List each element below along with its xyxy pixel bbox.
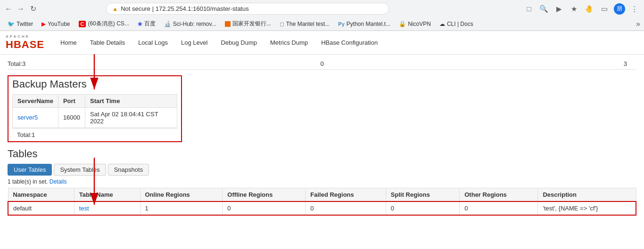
cli-icon: ☁	[439, 21, 445, 27]
failed-cell: 0	[305, 201, 386, 215]
cs-icon: C	[79, 21, 86, 27]
bookmark-youtube[interactable]: ▶ YouTube	[38, 20, 74, 28]
security-icon: ▲	[112, 6, 118, 12]
bookmark-icon[interactable]: ★	[569, 3, 580, 15]
bookmarks-more-button[interactable]: »	[636, 20, 640, 28]
nav-metrics-dump[interactable]: Metrics Dump	[264, 36, 314, 49]
backup-masters-section: Backup Masters ServerName Port Start Tim…	[8, 75, 636, 142]
server-link[interactable]: server5	[17, 114, 38, 121]
tables-info: 1 table(s) in set. Details	[8, 178, 636, 185]
twitter-icon: 🐦	[8, 21, 15, 27]
description-cell: 'test', {NAME => 'cf'}	[538, 201, 636, 215]
nav-debug-dump[interactable]: Debug Dump	[214, 36, 264, 49]
server-name-cell: server5	[13, 107, 58, 128]
main-content: Total:3 0 3 Backup Masters ServerName Po…	[0, 55, 644, 225]
bookmark-nicovpn[interactable]: 🔒 NicoVPN	[395, 20, 435, 28]
nav-hbase-configuration[interactable]: HBase Configuration	[314, 36, 384, 49]
reload-button[interactable]: ↻	[28, 4, 38, 14]
tables-details-link[interactable]: Details	[50, 178, 67, 185]
tab-system-tables[interactable]: System Tables	[54, 164, 106, 176]
browser-actions: □ 🔍 ▶ ★ 🤚 ▭ 朋 ⋮	[523, 3, 640, 15]
bookmark-scihub[interactable]: 🔬 Sci-Hub: remov...	[160, 20, 220, 28]
hbase-app: APACHE HBASE Home Table Details Local Lo…	[0, 31, 644, 238]
col-other-regions: Other Regions	[460, 188, 538, 201]
extensions-icon[interactable]: 🤚	[584, 3, 595, 15]
nav-table-details[interactable]: Table Details	[83, 36, 132, 49]
tables-data-table: Namespace Table Name Online Regions Offl…	[8, 188, 636, 216]
menu-icon[interactable]: ⋮	[629, 3, 640, 15]
bookmark-twitter[interactable]: 🐦 Twitter	[4, 20, 37, 28]
back-button[interactable]: ←	[4, 4, 13, 14]
col-namespace: Namespace	[8, 188, 74, 201]
nav-home[interactable]: Home	[54, 36, 83, 49]
col-failed-regions: Failed Regions	[305, 188, 386, 201]
summary-col3: 3	[542, 60, 636, 67]
split-cell: 0	[386, 201, 459, 215]
bookmark-bank[interactable]: ■ 国家开发银行...	[221, 19, 275, 29]
bookmark-python[interactable]: Py Python Mantel.t...	[334, 20, 394, 28]
hbase-header: APACHE HBASE Home Table Details Local Lo…	[0, 31, 644, 55]
offline-cell: 0	[223, 201, 305, 215]
col-online-regions: Online Regions	[140, 188, 223, 201]
browser-nav-bar: ← → ↻ ▲ Not secure | 172.25.254.1:16010/…	[0, 0, 644, 17]
table-row: server5 16000 Sat Apr 02 18:04:41 CST 20…	[13, 107, 177, 128]
summary-col2: 0	[102, 60, 542, 67]
other-cell: 0	[460, 201, 538, 215]
backup-masters-total: Total:1	[12, 128, 177, 141]
bookmark-mantel[interactable]: ◻ The Mantel test...	[276, 20, 334, 28]
nav-local-logs[interactable]: Local Logs	[132, 36, 174, 49]
tables-tab-buttons: User Tables System Tables Snapshots	[8, 164, 636, 176]
scihub-icon: 🔬	[164, 21, 171, 27]
hbase-logo: APACHE HBASE	[0, 33, 50, 52]
table-name-cell: test	[74, 201, 140, 215]
col-offline-regions: Offline Regions	[223, 188, 305, 201]
backup-masters-table: ServerName Port Start Time server5 16000	[12, 94, 177, 128]
tables-title: Tables	[8, 148, 636, 160]
nav-log-level[interactable]: Log Level	[174, 36, 214, 49]
cast-icon[interactable]: □	[523, 3, 535, 15]
summary-total-row: Total:3 0 3	[8, 58, 636, 70]
baidu-icon: ❀	[138, 21, 142, 27]
logo-hbase-text: HBASE	[6, 39, 44, 50]
col-split-regions: Split Regions	[386, 188, 459, 201]
tab-user-tables[interactable]: User Tables	[8, 164, 52, 176]
python-icon: Py	[338, 21, 344, 27]
col-start-time: Start Time	[85, 94, 177, 107]
profile-avatar[interactable]: 朋	[614, 3, 625, 15]
table-link[interactable]: test	[79, 205, 89, 212]
col-port: Port	[58, 94, 85, 107]
port-cell: 16000	[58, 107, 85, 128]
forward-button[interactable]: →	[16, 4, 25, 14]
namespace-cell: default	[8, 201, 74, 215]
col-table-name: Table Name	[74, 188, 140, 201]
start-time-cell: Sat Apr 02 18:04:41 CST 2022	[85, 107, 177, 128]
bookmarks-bar: 🐦 Twitter ▶ YouTube C (60条消息) CS... ❀ 百度…	[0, 17, 644, 31]
hbase-navigation: Home Table Details Local Logs Log Level …	[50, 36, 388, 49]
bank-icon: ■	[225, 21, 231, 27]
total-label: Total:3	[8, 60, 102, 67]
col-description: Description	[538, 188, 636, 201]
bookmark-cli[interactable]: ☁ CLI | Docs	[436, 20, 477, 28]
bookmark-cs[interactable]: C (60条消息) CS...	[75, 19, 133, 29]
online-cell: 1	[140, 201, 223, 215]
address-bar[interactable]: ▲ Not secure | 172.25.254.1:16010/master…	[106, 3, 389, 15]
mantel-icon: ◻	[280, 21, 284, 27]
search-icon[interactable]: 🔍	[538, 3, 550, 15]
backup-masters-title: Backup Masters	[12, 78, 177, 90]
tables-section: Tables User Tables System Tables Snapsho…	[8, 148, 636, 216]
tab-snapshots[interactable]: Snapshots	[108, 164, 149, 176]
col-server-name: ServerName	[13, 94, 58, 107]
sidebar-icon[interactable]: ▭	[599, 3, 610, 15]
table-row: default test 1 0 0 0 0 'test', {NAME => …	[8, 201, 636, 215]
vpn-icon: 🔒	[399, 21, 406, 27]
bookmark-baidu[interactable]: ❀ 百度	[134, 19, 159, 29]
youtube-icon: ▶	[41, 21, 46, 27]
url-text: Not secure | 172.25.254.1:16010/master-s…	[121, 5, 249, 12]
cast-tab-icon[interactable]: ▶	[553, 3, 565, 15]
